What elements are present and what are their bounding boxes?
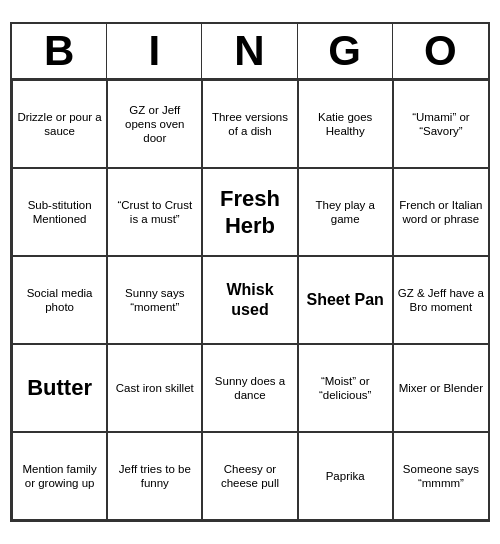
bingo-grid: Drizzle or pour a sauceGZ or Jeff opens … xyxy=(12,80,488,520)
bingo-cell-16: Cast iron skillet xyxy=(107,344,202,432)
bingo-letter-b: B xyxy=(12,24,107,78)
bingo-cell-13: Sheet Pan xyxy=(298,256,393,344)
bingo-letter-o: O xyxy=(393,24,488,78)
bingo-letter-g: G xyxy=(298,24,393,78)
bingo-cell-2: Three versions of a dish xyxy=(202,80,297,168)
bingo-header: BINGO xyxy=(12,24,488,80)
bingo-cell-4: “Umami” or “Savory” xyxy=(393,80,488,168)
bingo-cell-7: Fresh Herb xyxy=(202,168,297,256)
bingo-letter-n: N xyxy=(202,24,297,78)
bingo-letter-i: I xyxy=(107,24,202,78)
bingo-card: BINGO Drizzle or pour a sauceGZ or Jeff … xyxy=(10,22,490,522)
bingo-cell-17: Sunny does a dance xyxy=(202,344,297,432)
bingo-cell-6: “Crust to Crust is a must” xyxy=(107,168,202,256)
bingo-cell-18: “Moist” or “delicious” xyxy=(298,344,393,432)
bingo-cell-5: Sub-stitution Mentioned xyxy=(12,168,107,256)
bingo-cell-8: They play a game xyxy=(298,168,393,256)
bingo-cell-20: Mention family or growing up xyxy=(12,432,107,520)
bingo-cell-3: Katie goes Healthy xyxy=(298,80,393,168)
bingo-cell-0: Drizzle or pour a sauce xyxy=(12,80,107,168)
bingo-cell-1: GZ or Jeff opens oven door xyxy=(107,80,202,168)
bingo-cell-10: Social media photo xyxy=(12,256,107,344)
bingo-cell-12: Whisk used xyxy=(202,256,297,344)
bingo-cell-11: Sunny says “moment” xyxy=(107,256,202,344)
bingo-cell-15: Butter xyxy=(12,344,107,432)
bingo-cell-24: Someone says “mmmm” xyxy=(393,432,488,520)
bingo-cell-22: Cheesy or cheese pull xyxy=(202,432,297,520)
bingo-cell-19: Mixer or Blender xyxy=(393,344,488,432)
bingo-cell-14: GZ & Jeff have a Bro moment xyxy=(393,256,488,344)
bingo-cell-23: Paprika xyxy=(298,432,393,520)
bingo-cell-21: Jeff tries to be funny xyxy=(107,432,202,520)
bingo-cell-9: French or Italian word or phrase xyxy=(393,168,488,256)
